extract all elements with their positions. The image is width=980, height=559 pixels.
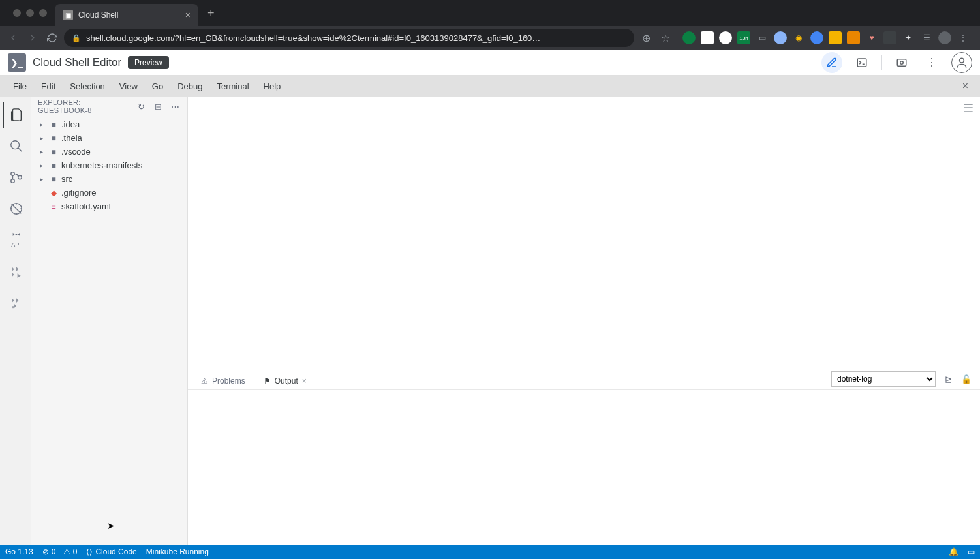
ext-icon-3[interactable]: [719, 31, 732, 44]
traffic-close[interactable]: [13, 9, 21, 17]
cloud-shell-logo-icon: ❯_: [8, 53, 26, 72]
reading-list-icon[interactable]: ☰: [920, 31, 933, 44]
tree-folder-kubernetes-manifests[interactable]: ▸ ■ kubernetes-manifests: [31, 159, 187, 172]
kubernetes-activity-icon[interactable]: [3, 290, 29, 316]
folder-icon: ■: [48, 134, 59, 143]
more-menu-icon[interactable]: ⋮: [921, 52, 942, 73]
url-input[interactable]: 🔒 shell.cloud.google.com/?hl=en_GB&fromc…: [64, 29, 634, 47]
bookmark-star-icon[interactable]: ☆: [658, 30, 673, 46]
menu-help[interactable]: Help: [257, 79, 288, 94]
status-problems[interactable]: ⊘0 ⚠0: [42, 547, 78, 556]
status-minikube[interactable]: Minikube Running: [146, 547, 209, 556]
tab-close-icon[interactable]: ×: [185, 10, 191, 20]
output-body[interactable]: [188, 390, 980, 545]
extensions-puzzle-icon[interactable]: ✦: [902, 31, 915, 44]
menu-view[interactable]: View: [113, 79, 144, 94]
output-tab[interactable]: ⚑ Output ×: [256, 372, 314, 389]
tree-folder-src[interactable]: ▸ ■ src: [31, 172, 187, 186]
header-separator: [881, 55, 882, 70]
svg-point-9: [12, 306, 14, 308]
menu-terminal[interactable]: Terminal: [210, 79, 255, 94]
extensions-row: 18h ▭ ◉ ♥ ✦ ☰ ⋮: [677, 31, 975, 44]
collapse-all-icon[interactable]: ⊟: [152, 100, 164, 112]
browser-tab-bar: ▣ Cloud Shell × +: [0, 0, 980, 26]
api-activity-icon[interactable]: API: [3, 227, 29, 253]
close-panel-tab-icon[interactable]: ×: [302, 376, 307, 385]
traffic-max[interactable]: [39, 9, 47, 17]
traffic-min[interactable]: [26, 9, 34, 17]
cloud-run-activity-icon[interactable]: [3, 258, 29, 284]
ext-icon-7[interactable]: ◉: [792, 31, 805, 44]
browser-address-bar: 🔒 shell.cloud.google.com/?hl=en_GB&fromc…: [0, 26, 980, 50]
ext-icon-11[interactable]: ♥: [865, 31, 878, 44]
forward-button[interactable]: [25, 30, 40, 46]
folder-icon: ■: [48, 120, 59, 129]
ext-icon-4[interactable]: 18h: [737, 31, 750, 44]
search-activity-icon[interactable]: [3, 133, 29, 159]
outline-toggle-icon[interactable]: ☰: [957, 97, 980, 120]
reload-button[interactable]: [44, 30, 60, 46]
flag-icon: ⚑: [264, 376, 271, 385]
api-label: API: [11, 241, 21, 248]
menu-debug[interactable]: Debug: [171, 79, 209, 94]
menu-edit[interactable]: Edit: [35, 79, 62, 94]
tree-folder-idea[interactable]: ▸ ■ .idea: [31, 117, 187, 131]
app-header: ❯_ Cloud Shell Editor Preview ⋮: [0, 50, 980, 76]
lock-icon: 🔒: [72, 34, 81, 42]
status-go-version[interactable]: Go 1.13: [5, 547, 33, 556]
close-editor-icon[interactable]: ×: [957, 78, 973, 95]
tree-label: src: [61, 174, 72, 184]
ext-icon-9[interactable]: [829, 31, 842, 44]
new-tab-button[interactable]: +: [198, 7, 224, 20]
ext-icon-6[interactable]: [774, 31, 787, 44]
menu-go[interactable]: Go: [145, 79, 170, 94]
ext-icon-8[interactable]: [810, 31, 823, 44]
menu-selection[interactable]: Selection: [63, 79, 111, 94]
cloud-code-icon: ⟨⟩: [86, 547, 93, 556]
user-avatar-icon[interactable]: [951, 52, 972, 73]
profile-avatar-icon[interactable]: [938, 31, 951, 44]
tree-label: .theia: [61, 133, 82, 143]
status-bell-icon[interactable]: 🔔: [949, 547, 958, 556]
install-app-icon[interactable]: ⊕: [638, 30, 654, 46]
chevron-right-icon: ▸: [37, 162, 46, 169]
output-label: Output: [275, 376, 298, 385]
output-channel-select[interactable]: dotnet-log: [831, 371, 936, 387]
explorer-header: EXPLORER: GUESTBOOK-8 ↻ ⊟ ⋯: [31, 97, 187, 116]
debug-activity-icon[interactable]: [3, 196, 29, 222]
source-control-activity-icon[interactable]: [3, 164, 29, 190]
status-layout-icon[interactable]: ▭: [968, 547, 975, 556]
ext-icon-10[interactable]: [847, 31, 860, 44]
ext-icon-2[interactable]: [701, 31, 714, 44]
main-area: ⚠ Problems ⚑ Output × dotnet-log: [188, 97, 980, 545]
activity-bar: API: [0, 97, 31, 545]
back-button[interactable]: [5, 30, 21, 46]
problems-tab[interactable]: ⚠ Problems: [193, 372, 253, 389]
refresh-explorer-icon[interactable]: ↻: [135, 100, 147, 112]
browser-menu-icon[interactable]: ⋮: [957, 31, 970, 44]
tree-file-gitignore[interactable]: ◆ .gitignore: [31, 186, 187, 200]
tab-favicon-icon: ▣: [63, 10, 73, 20]
tree-folder-theia[interactable]: ▸ ■ .theia: [31, 131, 187, 145]
ext-icon-1[interactable]: [682, 31, 696, 44]
ext-icon-5[interactable]: ▭: [756, 31, 769, 44]
ext-icon-12[interactable]: [883, 31, 896, 44]
lock-scroll-icon[interactable]: 🔓: [960, 373, 972, 385]
browser-tab[interactable]: ▣ Cloud Shell ×: [55, 4, 198, 26]
explorer-more-icon[interactable]: ⋯: [169, 100, 181, 112]
tree-file-skaffold[interactable]: ≡ skaffold.yaml: [31, 200, 187, 213]
problems-label: Problems: [212, 376, 245, 385]
menu-file[interactable]: File: [7, 79, 33, 94]
terminal-toggle-icon[interactable]: [851, 52, 872, 73]
explorer-activity-icon[interactable]: [3, 102, 29, 128]
status-cloud-code[interactable]: ⟨⟩ Cloud Code: [86, 547, 136, 556]
clear-output-icon[interactable]: ⊵: [942, 373, 954, 385]
tree-label: .gitignore: [61, 188, 96, 198]
editor-toggle-icon[interactable]: [821, 52, 842, 73]
tree-folder-vscode[interactable]: ▸ ■ .vscode: [31, 145, 187, 159]
folder-icon: ■: [48, 175, 59, 184]
preview-badge: Preview: [128, 56, 169, 69]
tree-label: .vscode: [61, 147, 91, 157]
web-preview-icon[interactable]: [891, 52, 912, 73]
bottom-panel: ⚠ Problems ⚑ Output × dotnet-log: [188, 369, 980, 545]
